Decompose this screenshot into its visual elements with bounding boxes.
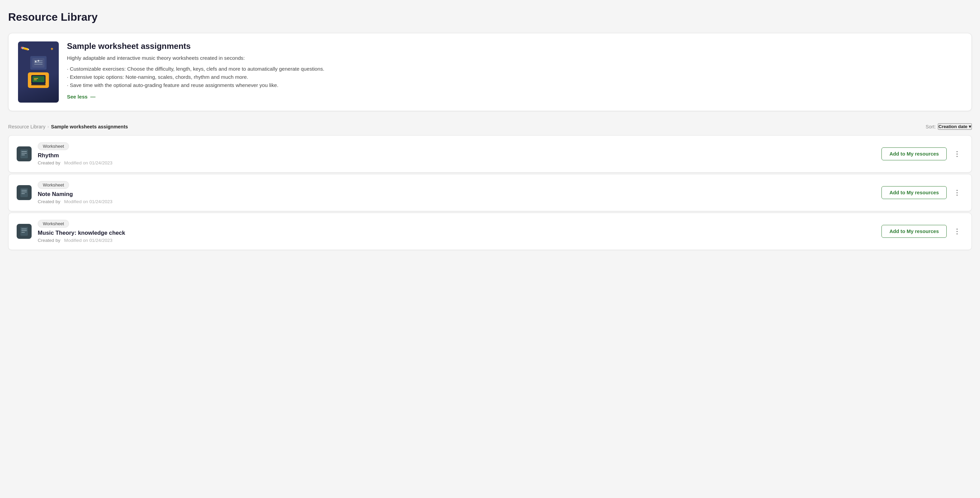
see-less-button[interactable]: See less — [67,94,95,100]
resource-badge-1: Worksheet [38,142,69,150]
resource-card-3: Worksheet Music Theory: knowledge check … [8,213,972,250]
sort-value-text: Creation date [939,124,967,129]
svg-point-4 [35,61,37,62]
resource-icon-1 [17,146,32,161]
hero-image: ✏️ ✦ [18,41,59,103]
add-to-resources-button-2[interactable]: Add to My resources [881,186,947,199]
resource-meta-1: Created by Modified on 01/24/2023 [38,160,875,165]
resource-actions-2: Add to My resources ⋮ [881,186,963,199]
sort-label: Sort: [926,124,936,129]
resource-card-2: Worksheet Note Naming Created by Modifie… [8,174,972,211]
hero-card: ✏️ ✦ [8,33,972,111]
sheet-music-icon [30,56,46,70]
chevron-down-icon: ▾ [969,124,971,129]
svg-rect-13 [21,153,27,154]
svg-point-5 [38,60,40,62]
hero-bullet-2: Extensive topic options: Note-naming, sc… [67,73,962,81]
resource-meta-2: Created by Modified on 01/24/2023 [38,199,875,204]
resource-name-3: Music Theory: knowledge check [38,230,875,236]
svg-rect-11 [21,150,28,158]
modified-date-2: Modified on 01/24/2023 [64,199,113,204]
more-options-button-2[interactable]: ⋮ [951,188,963,198]
page-title: Resource Library [8,11,972,24]
resource-info-1: Worksheet Rhythm Created by Modified on … [38,142,875,165]
add-to-resources-button-1[interactable]: Add to My resources [881,148,947,160]
svg-rect-21 [21,230,27,231]
svg-rect-8 [31,84,46,85]
svg-rect-0 [32,58,45,68]
breadcrumb-sort-row: Resource Library › Sample worksheets ass… [8,123,972,130]
hero-bullet-1: Customizable exercises: Choose the diffi… [67,65,962,73]
resource-icon-2 [17,185,32,200]
more-options-button-3[interactable]: ⋮ [951,227,963,236]
svg-rect-15 [21,188,28,197]
resource-card-1: Worksheet Rhythm Created by Modified on … [8,135,972,173]
svg-rect-22 [21,232,25,233]
created-label-2: Created by [38,199,60,204]
svg-rect-14 [21,154,25,155]
modified-date-3: Modified on 01/24/2023 [64,238,113,243]
hero-bullet-3: Save time with the optional auto-grading… [67,81,962,89]
svg-rect-20 [21,229,27,229]
resource-actions-3: Add to My resources ⋮ [881,225,963,238]
resource-info-3: Worksheet Music Theory: knowledge check … [38,220,875,243]
sort-control: Sort: Creation date ▾ [926,123,972,130]
created-label-1: Created by [38,160,60,165]
resource-badge-3: Worksheet [38,220,69,228]
more-options-button-1[interactable]: ⋮ [951,149,963,159]
sort-value-button[interactable]: Creation date ▾ [938,123,972,130]
svg-rect-19 [21,227,28,236]
resource-icon-3 [17,224,32,239]
resource-meta-3: Created by Modified on 01/24/2023 [38,238,875,243]
add-to-resources-button-3[interactable]: Add to My resources [881,225,947,238]
breadcrumb-separator: › [48,124,49,129]
svg-rect-17 [21,192,27,192]
resource-badge-2: Worksheet [38,181,69,189]
hero-title: Sample worksheet assignments [67,41,962,51]
resource-name-2: Note Naming [38,191,875,198]
laptop-icon [28,72,49,88]
svg-rect-18 [21,193,25,194]
see-less-icon: — [91,94,95,100]
modified-date-1: Modified on 01/24/2023 [64,160,113,165]
resource-name-1: Rhythm [38,152,875,159]
resource-actions-1: Add to My resources ⋮ [881,148,963,160]
pencil-decoration-icon: ✏️ [20,43,30,54]
star-decoration-icon: ✦ [50,46,54,52]
svg-rect-12 [21,151,27,152]
hero-bullets: Customizable exercises: Choose the diffi… [67,65,962,90]
svg-rect-7 [32,76,45,82]
see-less-label: See less [67,94,88,100]
svg-rect-16 [21,190,27,191]
resource-list: Worksheet Rhythm Created by Modified on … [8,135,972,250]
breadcrumb: Resource Library › Sample worksheets ass… [8,124,128,129]
breadcrumb-parent[interactable]: Resource Library [8,124,46,129]
created-label-3: Created by [38,238,60,243]
resource-info-2: Worksheet Note Naming Created by Modifie… [38,181,875,204]
hero-description: Highly adaptable and interactive music t… [67,54,962,62]
hero-content: Sample worksheet assignments Highly adap… [67,41,962,103]
breadcrumb-current: Sample worksheets assignments [51,124,128,129]
